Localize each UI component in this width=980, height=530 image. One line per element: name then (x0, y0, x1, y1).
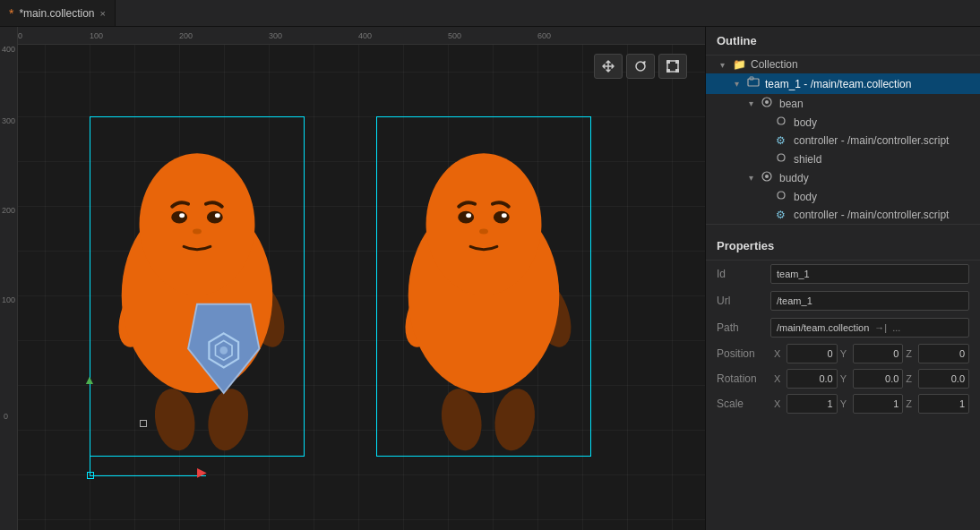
ruler-left-100: 100 (2, 295, 15, 304)
tab-title: *main.collection (19, 7, 94, 20)
pos-x-value[interactable]: 0 (787, 344, 838, 363)
bean-arrow: ▾ (749, 98, 761, 108)
tree-item-bean-controller[interactable]: ⚙ controller - /main/controller.script (706, 132, 980, 150)
svg-point-0 (636, 62, 645, 71)
collection-icon: 📁 (733, 58, 747, 71)
move-tool-button[interactable] (594, 54, 623, 79)
ruler-left-400: 400 (2, 45, 15, 54)
ruler-left-300: 300 (2, 116, 15, 125)
shield-label: shield (794, 153, 821, 166)
rot-x-item: X 0.0 (774, 369, 838, 389)
rot-y-item: Y 0.0 (840, 369, 904, 389)
bean-controller-icon: ⚙ (776, 134, 790, 147)
scale-xyz-group: X 1 Y 1 Z 1 (774, 394, 969, 414)
scale-z-label: Z (906, 398, 916, 409)
right-panel: Outline ▾ 📁 Collection ▾ team_1 - /main/… (705, 27, 980, 530)
tree-item-collection[interactable]: ▾ 📁 Collection (706, 56, 980, 73)
bean-body-icon (776, 115, 790, 129)
rotate-tool-button[interactable] (626, 54, 655, 79)
rotation-label: Rotation (717, 372, 770, 385)
path-row: Path /main/team.collection →| ... (706, 314, 980, 341)
team1-icon (747, 76, 761, 91)
properties-section: Properties Id team_1 Url /team_1 Path /m… (706, 224, 980, 423)
bean-character-1 (90, 117, 304, 456)
id-row: Id team_1 (706, 261, 980, 287)
pos-z-value[interactable]: 0 (918, 344, 969, 363)
outline-header: Outline (706, 27, 980, 56)
tab-bar: * *main.collection × (0, 0, 980, 27)
tab-modified-dot: * (9, 6, 13, 21)
bean-selected-object[interactable] (90, 116, 305, 457)
scale-z-value[interactable]: 1 (918, 394, 969, 414)
scale-y-label: Y (840, 398, 851, 409)
scale-x-value[interactable]: 1 (787, 394, 838, 414)
ruler-mark-600: 600 (537, 31, 551, 40)
tree-item-bean-body[interactable]: body (706, 113, 980, 132)
ruler-mark-400: 400 (358, 31, 372, 40)
scale-x-item: X 1 (774, 394, 838, 414)
rot-y-value[interactable]: 0.0 (853, 369, 904, 389)
url-label: Url (717, 295, 770, 307)
tree-item-buddy-body[interactable]: body (706, 187, 980, 206)
properties-header: Properties (706, 232, 980, 261)
shield-icon (776, 152, 790, 166)
x-axis-arrow: ▶ (197, 465, 207, 479)
ruler-mark-300: 300 (269, 31, 282, 40)
svg-point-18 (437, 386, 486, 454)
svg-rect-3 (675, 60, 679, 64)
viewport[interactable]: 0 100 200 300 400 500 600 400 300 200 10… (0, 27, 705, 530)
scale-z-item: Z 1 (906, 394, 969, 414)
rotation-row: Rotation X 0.0 Y 0.0 (706, 366, 980, 391)
scale-label: Scale (717, 398, 770, 410)
pos-y-value[interactable]: 0 (853, 344, 904, 363)
buddy-character (377, 117, 590, 456)
buddy-object[interactable] (376, 116, 591, 457)
viewport-toolbar (594, 54, 687, 79)
id-label: Id (717, 268, 770, 280)
bean-icon (761, 97, 776, 110)
tree-item-buddy[interactable]: ▾ buddy (706, 168, 980, 187)
url-value[interactable]: /team_1 (770, 291, 969, 311)
bean-body-arrow (763, 117, 776, 127)
pos-x-label: X (774, 348, 785, 359)
svg-point-25 (494, 211, 510, 224)
main-layout: 0 100 200 300 400 500 600 400 300 200 10… (0, 27, 980, 530)
pos-z-label: Z (906, 348, 916, 359)
path-dots-button[interactable]: ... (892, 322, 900, 333)
svg-point-12 (171, 211, 187, 224)
svg-point-7 (203, 386, 253, 454)
x-axis-line (90, 475, 206, 476)
buddy-body-label: body (794, 191, 817, 203)
main-collection-tab[interactable]: * *main.collection × (0, 0, 116, 26)
scale-y-item: Y 1 (840, 394, 904, 414)
rot-z-value[interactable]: 0.0 (918, 369, 969, 389)
id-value-text: team_1 (777, 269, 810, 279)
id-value[interactable]: team_1 (770, 264, 969, 284)
path-label: Path (717, 321, 770, 334)
resize-tool-button[interactable] (658, 54, 687, 79)
rot-x-value[interactable]: 0.0 (787, 369, 838, 389)
rot-x-label: X (774, 373, 785, 384)
scale-y-value[interactable]: 1 (853, 394, 904, 414)
path-value[interactable]: /main/team.collection →| ... (770, 318, 969, 338)
path-arrow-icon: →| (874, 322, 887, 333)
tab-close-button[interactable]: × (100, 8, 106, 19)
bean-controller-label: controller - /main/controller.script (794, 134, 949, 147)
rot-z-label: Z (906, 373, 916, 384)
svg-point-27 (502, 213, 507, 218)
tree-item-bean[interactable]: ▾ bean (706, 94, 980, 113)
ruler-left-0: 0 (4, 412, 8, 421)
scale-row: Scale X 1 Y 1 Z (706, 391, 980, 416)
svg-point-14 (179, 213, 185, 218)
svg-rect-2 (666, 60, 670, 64)
position-row: Position X 0 Y 0 Z (706, 341, 980, 366)
bean-label: bean (779, 98, 804, 110)
ruler-mark-0: 0 (18, 31, 22, 40)
ruler-mark-500: 500 (448, 31, 461, 40)
tree-item-buddy-controller[interactable]: ⚙ controller - /main/controller.script (706, 206, 980, 224)
tree-item-team1[interactable]: ▾ team_1 - /main/team.collection (706, 73, 980, 94)
pos-y-item: Y 0 (840, 344, 904, 363)
team1-label: team_1 - /main/team.collection (765, 78, 911, 90)
buddy-ctrl-arrow (763, 210, 776, 220)
tree-item-shield[interactable]: shield (706, 150, 980, 168)
